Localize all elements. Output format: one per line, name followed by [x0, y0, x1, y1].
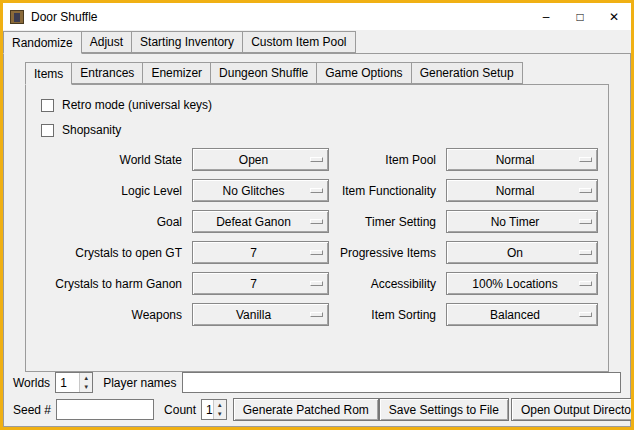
footer-right-buttons: Save Settings to File Open Output Direct… — [379, 398, 634, 421]
close-button[interactable]: ✕ — [597, 3, 631, 30]
world-state-value: Open — [239, 153, 268, 167]
count-spinbox[interactable]: 1 ▲ ▼ — [201, 399, 227, 420]
item-pool-label: Item Pool — [337, 153, 438, 167]
dropdown-indicator-icon — [579, 250, 592, 255]
window-controls: – □ ✕ — [529, 3, 631, 30]
save-settings-button[interactable]: Save Settings to File — [379, 398, 509, 421]
item-sorting-dropdown[interactable]: Balanced — [446, 303, 598, 326]
inner-tab-bar: Items Entrances Enemizer Dungeon Shuffle… — [25, 61, 609, 84]
retro-mode-label: Retro mode (universal keys) — [62, 98, 212, 112]
item-sorting-value: Balanced — [490, 308, 540, 322]
weapons-label: Weapons — [39, 308, 184, 322]
tab-custom-item-pool[interactable]: Custom Item Pool — [242, 31, 355, 53]
dropdown-indicator-icon — [310, 281, 323, 286]
items-panel: Retro mode (universal keys) Shopsanity W… — [25, 84, 609, 372]
item-pool-value: Normal — [496, 153, 535, 167]
retro-mode-row: Retro mode (universal keys) — [41, 98, 598, 112]
shopsanity-row: Shopsanity — [41, 123, 598, 137]
tab-dungeon-shuffle[interactable]: Dungeon Shuffle — [210, 62, 317, 84]
worlds-spinbox[interactable]: 1 ▲ ▼ — [55, 372, 93, 393]
progressive-items-value: On — [507, 246, 523, 260]
spin-up-icon[interactable]: ▲ — [214, 400, 226, 410]
dropdown-indicator-icon — [310, 250, 323, 255]
retro-mode-checkbox[interactable] — [41, 99, 54, 112]
tab-starting-inventory[interactable]: Starting Inventory — [131, 31, 243, 53]
crystals-gt-dropdown[interactable]: 7 — [192, 241, 329, 264]
dropdown-indicator-icon — [579, 157, 592, 162]
seed-label: Seed # — [13, 403, 51, 417]
dropdown-indicator-icon — [310, 188, 323, 193]
minimize-button[interactable]: – — [529, 3, 563, 30]
dropdown-indicator-icon — [579, 312, 592, 317]
timer-setting-value: No Timer — [491, 215, 540, 229]
seed-input[interactable] — [56, 399, 154, 420]
progressive-items-label: Progressive Items — [337, 246, 438, 260]
tab-enemizer[interactable]: Enemizer — [142, 62, 211, 84]
goal-value: Defeat Ganon — [216, 215, 291, 229]
tab-adjust[interactable]: Adjust — [81, 31, 132, 53]
generate-patched-rom-button[interactable]: Generate Patched Rom — [233, 398, 379, 421]
tab-entrances[interactable]: Entrances — [71, 62, 143, 84]
worlds-row: Worlds 1 ▲ ▼ Player names — [13, 372, 621, 393]
settings-grid: World State Open Item Pool Normal Logic … — [39, 148, 598, 326]
accessibility-value: 100% Locations — [472, 277, 557, 291]
app-window: Door Shuffle – □ ✕ Randomize Adjust Star… — [0, 0, 634, 430]
world-state-label: World State — [39, 153, 184, 167]
dropdown-indicator-icon — [579, 219, 592, 224]
shopsanity-checkbox[interactable] — [41, 124, 54, 137]
logic-level-label: Logic Level — [39, 184, 184, 198]
window-title: Door Shuffle — [31, 10, 98, 24]
weapons-value: Vanilla — [236, 308, 271, 322]
tab-items[interactable]: Items — [25, 62, 72, 85]
shopsanity-label: Shopsanity — [62, 123, 121, 137]
progressive-items-dropdown[interactable]: On — [446, 241, 598, 264]
timer-setting-dropdown[interactable]: No Timer — [446, 210, 598, 233]
outer-tab-bar: Randomize Adjust Starting Inventory Cust… — [3, 30, 631, 53]
player-names-label: Player names — [103, 376, 176, 390]
spin-down-icon[interactable]: ▼ — [80, 383, 92, 393]
footer: Worlds 1 ▲ ▼ Player names Seed # Count 1 — [13, 372, 621, 421]
crystals-ganon-label: Crystals to harm Ganon — [39, 277, 184, 291]
player-names-input[interactable] — [182, 372, 622, 393]
inner-notebook: Items Entrances Enemizer Dungeon Shuffle… — [25, 61, 609, 372]
maximize-button[interactable]: □ — [563, 3, 597, 30]
accessibility-dropdown[interactable]: 100% Locations — [446, 272, 598, 295]
timer-setting-label: Timer Setting — [337, 215, 438, 229]
item-functionality-label: Item Functionality — [337, 184, 438, 198]
item-functionality-dropdown[interactable]: Normal — [446, 179, 598, 202]
titlebar: Door Shuffle – □ ✕ — [3, 3, 631, 30]
dropdown-indicator-icon — [579, 188, 592, 193]
tab-generation-setup[interactable]: Generation Setup — [411, 62, 523, 84]
seed-row: Seed # Count 1 ▲ ▼ Generate Patched Rom … — [13, 398, 621, 421]
dropdown-indicator-icon — [310, 312, 323, 317]
spin-up-icon[interactable]: ▲ — [80, 373, 92, 383]
tab-game-options[interactable]: Game Options — [316, 62, 411, 84]
item-sorting-label: Item Sorting — [337, 308, 438, 322]
world-state-dropdown[interactable]: Open — [192, 148, 329, 171]
crystals-ganon-dropdown[interactable]: 7 — [192, 272, 329, 295]
open-output-directory-button[interactable]: Open Output Directory — [511, 398, 634, 421]
count-value: 1 — [202, 400, 213, 419]
accessibility-label: Accessibility — [337, 277, 438, 291]
count-label: Count — [164, 403, 196, 417]
crystals-gt-label: Crystals to open GT — [39, 246, 184, 260]
tab-randomize[interactable]: Randomize — [3, 31, 82, 54]
spin-down-icon[interactable]: ▼ — [214, 410, 226, 420]
worlds-label: Worlds — [13, 376, 50, 390]
crystals-ganon-value: 7 — [250, 277, 257, 291]
logic-level-dropdown[interactable]: No Glitches — [192, 179, 329, 202]
crystals-gt-value: 7 — [250, 246, 257, 260]
goal-label: Goal — [39, 215, 184, 229]
weapons-dropdown[interactable]: Vanilla — [192, 303, 329, 326]
dropdown-indicator-icon — [310, 157, 323, 162]
item-functionality-value: Normal — [496, 184, 535, 198]
app-icon — [10, 10, 24, 24]
logic-level-value: No Glitches — [222, 184, 284, 198]
dropdown-indicator-icon — [579, 281, 592, 286]
dropdown-indicator-icon — [310, 219, 323, 224]
worlds-value: 1 — [56, 373, 79, 392]
randomize-panel: Items Entrances Enemizer Dungeon Shuffle… — [3, 53, 631, 427]
item-pool-dropdown[interactable]: Normal — [446, 148, 598, 171]
count-spin-arrows: ▲ ▼ — [213, 400, 226, 419]
goal-dropdown[interactable]: Defeat Ganon — [192, 210, 329, 233]
